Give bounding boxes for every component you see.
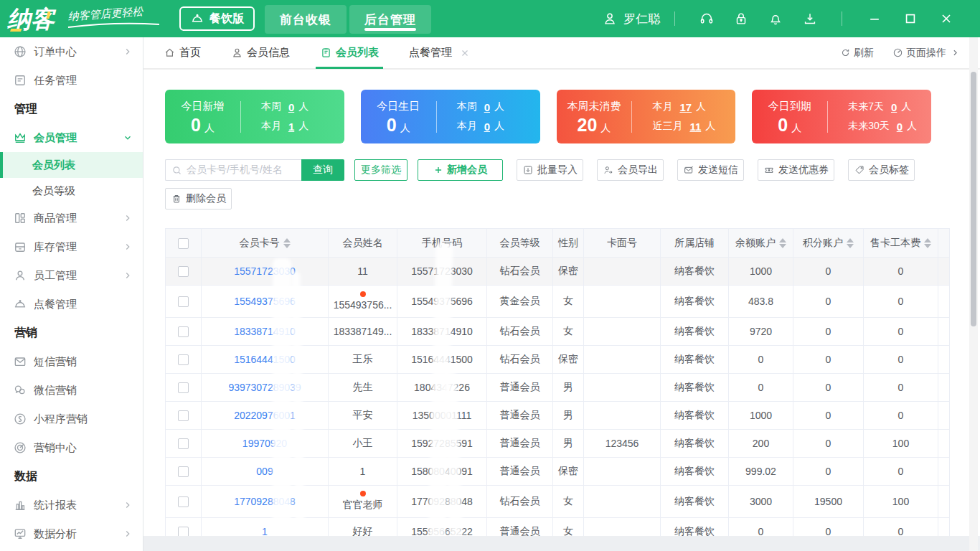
minimize-button[interactable] xyxy=(867,11,882,26)
sidebar-item[interactable]: 会员管理 xyxy=(0,123,143,152)
column-header[interactable]: 性别 xyxy=(553,229,584,258)
sidebar-subitem[interactable]: 会员列表 xyxy=(0,152,143,178)
search-input[interactable]: 会员卡号/手机号/姓名 xyxy=(165,159,301,181)
member-card-link[interactable]: 9397307289039 xyxy=(202,374,329,402)
lock-icon[interactable] xyxy=(733,11,749,27)
sidebar-item[interactable]: 短信营销 xyxy=(0,347,143,376)
edition-badge[interactable]: 餐饮版 xyxy=(179,6,255,31)
table-row[interactable]: 009115808040091普通会员保密纳客餐饮999.0200 xyxy=(166,458,950,486)
member-table: 会员卡号会员姓名手机号码会员等级性别卡面号所属店铺余额账户积分账户售卡工本费15… xyxy=(165,228,949,546)
table-row[interactable]: 155717230301115571723030钻石会员保密纳客餐饮100000 xyxy=(166,258,950,286)
sidebar-subitem[interactable]: 会员等级 xyxy=(0,178,143,204)
search-placeholder: 会员卡号/手机号/姓名 xyxy=(187,164,283,176)
sidebar-item[interactable]: 任务管理 xyxy=(0,66,143,95)
member-card-link[interactable]: 18338714910 xyxy=(202,318,329,346)
sidebar-item[interactable]: 小程序营销 xyxy=(0,405,143,433)
stat-value: 0人 xyxy=(387,116,410,134)
发送优惠券-button[interactable]: 发送优惠券 xyxy=(758,159,834,181)
mode-tab-cashier[interactable]: 前台收银 xyxy=(265,5,347,34)
refresh-button[interactable]: 刷新 xyxy=(840,47,874,60)
delete-member-button[interactable]: 删除会员 xyxy=(165,188,232,209)
stat-sub-value[interactable]: 0 xyxy=(897,121,903,133)
column-header[interactable]: 所属店铺 xyxy=(661,229,729,258)
table-row[interactable]: 19970920小王15927285591普通会员男123456纳客餐饮2000… xyxy=(166,430,950,458)
column-header[interactable]: 会员等级 xyxy=(487,229,553,258)
sidebar-item[interactable]: 商品管理 xyxy=(0,204,143,232)
sidebar-item[interactable]: 数据分析 xyxy=(0,519,143,548)
stat-sub-value[interactable]: 0 xyxy=(288,101,294,113)
sidebar-item[interactable]: 库存管理 xyxy=(0,232,143,261)
row-checkbox[interactable] xyxy=(166,374,202,402)
close-icon[interactable] xyxy=(460,48,470,58)
批量导入-button[interactable]: 批量导入 xyxy=(517,159,583,181)
column-header[interactable]: 售卡工本费 xyxy=(864,229,938,258)
column-header[interactable]: 余额账户 xyxy=(729,229,793,258)
sidebar-item[interactable]: 微信营销 xyxy=(0,376,143,405)
select-all-checkbox[interactable] xyxy=(166,229,202,258)
page-tab[interactable]: 首页 xyxy=(164,37,201,69)
stat-sub-value[interactable]: 17 xyxy=(679,101,692,113)
sidebar-item[interactable]: 员工管理 xyxy=(0,261,143,290)
sidebar-item[interactable]: 订单中心 xyxy=(0,37,143,66)
member-card-link[interactable]: 15549375696 xyxy=(202,286,329,318)
会员导出-button[interactable]: 会员导出 xyxy=(597,159,664,181)
page-tab[interactable]: 点餐管理 xyxy=(409,37,470,69)
member-card-link[interactable]: 20220976001 xyxy=(202,402,329,430)
row-checkbox[interactable] xyxy=(166,458,202,486)
download-icon[interactable] xyxy=(802,11,818,27)
bell-icon[interactable] xyxy=(768,11,783,27)
row-checkbox[interactable] xyxy=(166,346,202,374)
table-row[interactable]: 15549375696155493756...15549375696黄金会员女纳… xyxy=(166,286,950,318)
member-card-link[interactable]: 15571723030 xyxy=(202,258,329,286)
stat-sub-value[interactable]: 0 xyxy=(891,101,897,113)
card-fee: 100 xyxy=(864,430,938,458)
user-menu[interactable]: 罗仁聪 xyxy=(602,11,660,27)
column-header[interactable]: 会员姓名 xyxy=(329,229,397,258)
row-checkbox[interactable] xyxy=(166,402,202,430)
table-row[interactable]: 17709288048官官老师17709288048钻石会员女纳客餐饮30001… xyxy=(166,486,950,518)
table-row[interactable]: 9397307289039先生1804347226普通会员男纳客餐饮000 xyxy=(166,374,950,402)
row-checkbox[interactable] xyxy=(166,430,202,458)
column-header[interactable]: 积分账户 xyxy=(793,229,864,258)
sort-icon[interactable] xyxy=(283,238,291,248)
column-header[interactable]: 卡面号 xyxy=(584,229,661,258)
stat-sub-value[interactable]: 0 xyxy=(484,101,490,113)
会员标签-button[interactable]: 会员标签 xyxy=(848,159,915,181)
table-row[interactable]: 20220976001平安13500001111普通会员男纳客餐饮100000 xyxy=(166,402,950,430)
sidebar-item[interactable]: 统计报表 xyxy=(0,491,143,519)
发送短信-button[interactable]: 发送短信 xyxy=(677,159,744,181)
mode-tab-admin[interactable]: 后台管理 xyxy=(349,5,431,34)
query-button[interactable]: 查询 xyxy=(301,159,344,181)
stat-sub-row: 本月1人 xyxy=(261,120,344,133)
member-level: 黄金会员 xyxy=(487,286,553,318)
headset-icon[interactable] xyxy=(699,11,715,27)
member-card-link[interactable]: 009 xyxy=(202,458,329,486)
sort-icon[interactable] xyxy=(847,238,854,248)
page-tab[interactable]: 会员信息 xyxy=(231,37,290,69)
row-checkbox[interactable] xyxy=(166,318,202,346)
row-checkbox[interactable] xyxy=(166,258,202,286)
sort-icon[interactable] xyxy=(924,238,931,248)
page-actions-button[interactable]: 页面操作 xyxy=(892,47,960,60)
scrollbar-thumb[interactable] xyxy=(971,72,976,326)
sort-icon[interactable] xyxy=(779,238,786,248)
maximize-button[interactable] xyxy=(903,11,918,26)
table-row[interactable]: 18338714910183387149...18338714910钻石会员女纳… xyxy=(166,318,950,346)
stat-sub-value[interactable]: 11 xyxy=(689,121,701,133)
more-filter-button[interactable]: 更多筛选 xyxy=(354,159,407,181)
member-card-link[interactable]: 19970920 xyxy=(202,430,329,458)
page-tab[interactable]: 会员列表 xyxy=(320,37,379,69)
sidebar-item[interactable]: 营销中心 xyxy=(0,433,143,462)
column-header[interactable]: 会员卡号 xyxy=(202,229,329,258)
sidebar-item[interactable]: 点餐管理 xyxy=(0,290,143,319)
stat-sub-value[interactable]: 1 xyxy=(288,121,294,133)
member-card-link[interactable]: 17709288048 xyxy=(202,486,329,518)
stat-sub-value[interactable]: 0 xyxy=(484,121,490,133)
close-button[interactable] xyxy=(939,11,953,26)
table-row[interactable]: 15164441500王乐15164441500钻石会员保密纳客餐饮000 xyxy=(166,346,950,374)
row-checkbox[interactable] xyxy=(166,286,202,318)
column-header[interactable]: 手机号码 xyxy=(397,229,487,258)
row-checkbox[interactable] xyxy=(166,486,202,518)
member-card-link[interactable]: 15164441500 xyxy=(202,346,329,374)
add-member-button[interactable]: 新增会员 xyxy=(418,159,503,181)
